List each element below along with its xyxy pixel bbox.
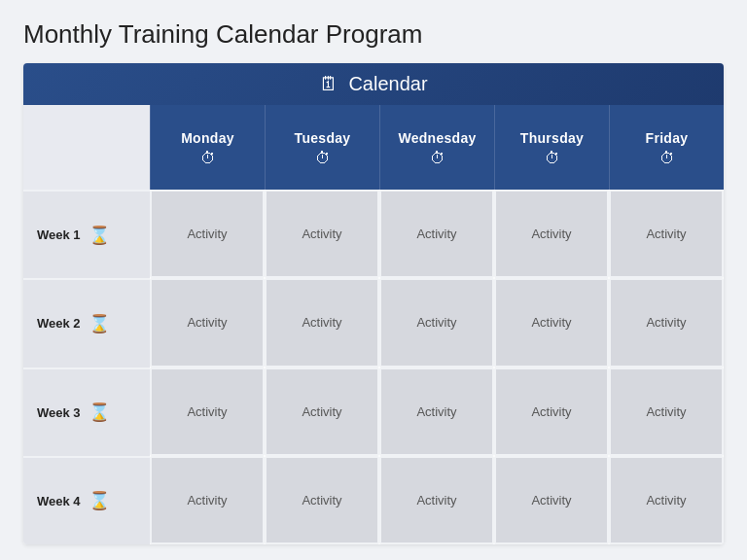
week3-tuesday-activity: Activity xyxy=(302,404,341,419)
week4-thursday-cell[interactable]: Activity xyxy=(494,456,609,544)
week4-tuesday-cell[interactable]: Activity xyxy=(265,456,379,544)
week4-friday-cell[interactable]: Activity xyxy=(609,456,724,544)
week1-tuesday-cell[interactable]: Activity xyxy=(265,190,379,278)
page-title: Monthly Training Calendar Program xyxy=(23,19,724,50)
week1-wednesday-cell[interactable]: Activity xyxy=(379,190,494,278)
wednesday-icon: ⏱ xyxy=(430,150,445,167)
tuesday-icon: ⏱ xyxy=(315,150,331,167)
week3-friday-cell[interactable]: Activity xyxy=(609,368,724,456)
monday-icon: ⏱ xyxy=(200,150,216,167)
wednesday-label: Wednesday xyxy=(398,130,476,146)
week1-monday-cell[interactable]: Activity xyxy=(150,190,265,278)
week1-friday-activity: Activity xyxy=(646,227,686,241)
header-empty-cell xyxy=(23,105,150,190)
week4-wednesday-activity: Activity xyxy=(416,493,456,508)
week3-label: Week 3 xyxy=(37,405,81,420)
friday-icon: ⏱ xyxy=(659,150,675,167)
week4-thursday-activity: Activity xyxy=(531,493,571,508)
thursday-label: Thursday xyxy=(520,130,584,146)
page: Monthly Training Calendar Program 🗓 Cale… xyxy=(0,0,747,560)
week2-friday-activity: Activity xyxy=(646,315,686,330)
calendar-header-label: Calendar xyxy=(348,73,427,95)
week3-friday-activity: Activity xyxy=(646,404,686,419)
week2-friday-cell[interactable]: Activity xyxy=(609,278,724,367)
week2-monday-cell[interactable]: Activity xyxy=(150,278,265,367)
week3-monday-cell[interactable]: Activity xyxy=(150,368,265,456)
week3-thursday-activity: Activity xyxy=(531,404,571,419)
col-header-thursday: Thursday ⏱ xyxy=(494,105,609,190)
calendar-header-bar: 🗓 Calendar xyxy=(23,63,724,105)
week1-label-cell: Week 1 ⌛ xyxy=(23,190,150,278)
week3-hourglass-icon: ⌛ xyxy=(89,402,110,423)
week2-tuesday-activity: Activity xyxy=(302,315,341,330)
col-header-wednesday: Wednesday ⏱ xyxy=(379,105,494,190)
week4-hourglass-icon: ⌛ xyxy=(89,490,110,511)
week1-tuesday-activity: Activity xyxy=(302,227,341,241)
week1-monday-activity: Activity xyxy=(187,227,227,241)
week2-wednesday-cell[interactable]: Activity xyxy=(379,278,494,367)
friday-label: Friday xyxy=(646,130,689,146)
week1-hourglass-icon: ⌛ xyxy=(89,225,110,246)
thursday-icon: ⏱ xyxy=(545,150,560,167)
calendar-container: 🗓 Calendar Monday ⏱ Tuesday ⏱ Wednesday … xyxy=(23,63,724,544)
week2-monday-activity: Activity xyxy=(187,315,227,330)
week2-wednesday-activity: Activity xyxy=(416,315,456,330)
week4-friday-activity: Activity xyxy=(646,493,686,508)
week4-tuesday-activity: Activity xyxy=(302,493,341,508)
tuesday-label: Tuesday xyxy=(295,130,351,146)
col-header-monday: Monday ⏱ xyxy=(150,105,265,190)
week2-label: Week 2 xyxy=(37,316,81,331)
calendar-icon: 🗓 xyxy=(319,73,338,95)
week4-monday-cell[interactable]: Activity xyxy=(150,456,265,544)
week3-thursday-cell[interactable]: Activity xyxy=(494,368,609,456)
week3-tuesday-cell[interactable]: Activity xyxy=(265,368,379,456)
week2-thursday-activity: Activity xyxy=(531,315,571,330)
calendar-grid: Monday ⏱ Tuesday ⏱ Wednesday ⏱ Thursday … xyxy=(23,105,724,544)
week1-thursday-cell[interactable]: Activity xyxy=(494,190,609,278)
col-header-tuesday: Tuesday ⏱ xyxy=(265,105,379,190)
week1-wednesday-activity: Activity xyxy=(416,227,456,241)
week2-thursday-cell[interactable]: Activity xyxy=(494,278,609,367)
week2-label-cell: Week 2 ⌛ xyxy=(23,278,150,367)
week4-label: Week 4 xyxy=(37,494,81,508)
week4-monday-activity: Activity xyxy=(187,493,227,508)
week1-thursday-activity: Activity xyxy=(531,227,571,241)
week4-label-cell: Week 4 ⌛ xyxy=(23,456,150,544)
week1-label: Week 1 xyxy=(37,228,81,242)
week1-friday-cell[interactable]: Activity xyxy=(609,190,724,278)
col-header-friday: Friday ⏱ xyxy=(609,105,724,190)
week2-tuesday-cell[interactable]: Activity xyxy=(265,278,379,367)
week3-monday-activity: Activity xyxy=(187,404,227,419)
week3-wednesday-cell[interactable]: Activity xyxy=(379,368,494,456)
week3-wednesday-activity: Activity xyxy=(416,404,456,419)
week4-wednesday-cell[interactable]: Activity xyxy=(379,456,494,544)
week3-label-cell: Week 3 ⌛ xyxy=(23,368,150,456)
week2-hourglass-icon: ⌛ xyxy=(89,313,110,334)
monday-label: Monday xyxy=(181,130,234,146)
